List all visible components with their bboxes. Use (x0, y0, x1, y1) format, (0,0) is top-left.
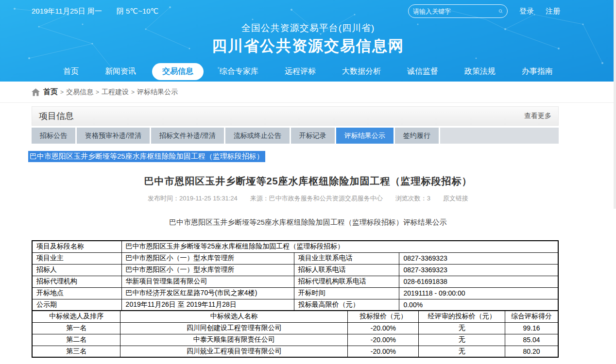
result-cell-r3c5: 80.20 (505, 346, 558, 357)
tab-7[interactable]: 签约履行 (395, 128, 439, 144)
info-cell-r5c1: 开标地点 (32, 287, 121, 299)
result-cell-r2c1: 第二名 (32, 334, 120, 346)
info-table-row-3: 招标人巴中市恩阳区小（一）型水库管理所招标人联系电话0827-3369323 (32, 264, 558, 276)
info-cell-r4c2: 华新项目管理集团有限公司 (121, 276, 294, 287)
nav-item-2[interactable]: 新闻资讯 (95, 63, 146, 80)
result-header-4: 经评审的投标价（元） (419, 311, 505, 322)
result-cell-r2c4: 无 (419, 334, 505, 346)
result-cell-r1c4: 无 (419, 322, 505, 334)
article-title: 巴中市恩阳区玉井乡断垭等25座水库枢纽除险加固工程（监理标段招标） (0, 175, 616, 188)
tab-3[interactable]: 招标文件补遗/澄清 (151, 128, 224, 144)
result-cell-r3c4: 无 (419, 346, 505, 357)
info-table-row-5: 开标地点巴中市经济开发区红星路70号(市民之家4楼)开标时间20191118 -… (32, 287, 558, 299)
result-header-1: 中标候选人及排序 (32, 311, 120, 322)
site-header: 2019年11月25日 周一 阴 5℃~10℃ 登录 注册 全国公共资源交易平台… (0, 0, 616, 82)
result-cell-r1c1: 第一名 (32, 322, 120, 334)
search-input[interactable] (413, 8, 498, 15)
scrollbar-thumb[interactable] (614, 0, 616, 209)
scrollbar[interactable] (614, 0, 616, 364)
breadcrumb: 首页>交易信息>工程建设>评标结果公示 (0, 82, 616, 103)
info-table-row-4: 招标代理机构华新项目管理集团有限公司招标代理机构联系电话028-61691838 (32, 276, 558, 287)
meta-item-3: 浏览次数：3 (395, 194, 430, 203)
result-table-header-row: 中标候选人及排序中标候选人名称投标报价（元）经评审的投标价（元）综合评标得分 (32, 311, 558, 322)
result-cell-r3c3: -20.00% (348, 346, 419, 357)
info-cell-r5c3: 开标时间 (294, 287, 399, 299)
login-link[interactable]: 登录 (519, 7, 534, 16)
info-cell-r4c4: 028-61691838 (399, 276, 558, 287)
nav-item-8[interactable]: 政策法规 (454, 63, 506, 80)
result-cell-r2c3: -20.00% (348, 334, 419, 346)
result-table-row-3: 第三名四川兢业工程项目管理有限公司-20.00%无80.20 (32, 346, 558, 357)
article-meta: 发布时间：2019-11-25 15:31:24来源：巴中市政务服务和公共资源交… (0, 194, 616, 203)
tab-6[interactable]: 评标结果公示 (336, 128, 394, 144)
result-cell-r2c2: 中泰天顺集团有限责任公司 (120, 334, 348, 346)
info-cell-r6c2: 2019年11月26日 至 2019年11月28日 (121, 299, 294, 311)
register-link[interactable]: 注册 (546, 7, 560, 16)
breadcrumb-item-3[interactable]: 工程建设 (102, 88, 129, 96)
tab-1[interactable]: 招标公告 (32, 128, 75, 144)
nav-item-7[interactable]: 诚信监督 (397, 63, 448, 80)
meta-item-2: 来源：巴中市政务服务和公共资源交易服务中心 (250, 194, 383, 203)
result-header-2: 中标候选人名称 (120, 311, 348, 322)
breadcrumb-item-4[interactable]: 评标结果公示 (137, 88, 178, 96)
info-cell-r3c3: 招标人联系电话 (294, 264, 399, 276)
tables-area: 项目及标段名称巴中市恩阳区玉井乡断垭等25座水库枢纽除险加固工程（监理标段招标）… (32, 240, 559, 358)
info-cell-r4c3: 招标代理机构联系电话 (294, 276, 399, 287)
topbar: 2019年11月25日 周一 阴 5℃~10℃ 登录 注册 (0, 0, 616, 18)
home-icon[interactable] (32, 88, 40, 96)
breadcrumb-item-2[interactable]: 交易信息 (66, 88, 93, 96)
info-cell-r4c1: 招标代理机构 (32, 276, 121, 287)
weather-text: 阴 5℃~10℃ (117, 7, 159, 16)
bid-result-table: 中标候选人及排序中标候选人名称投标报价（元）经评审的投标价（元）综合评标得分 第… (32, 310, 559, 358)
nav-item-6[interactable]: 大数据分析 (332, 63, 391, 80)
info-table-row-2: 项目业主巴中市恩阳区小（一）型水库管理所项目业主联系电话0827-3369323 (32, 252, 558, 264)
tab-5[interactable]: 开标记录 (291, 128, 335, 144)
info-cell-r2c3: 项目业主联系电话 (294, 252, 399, 264)
info-cell-r6c1: 公示期 (32, 299, 121, 311)
info-cell-r6c3: 投标最高限价（元） (294, 299, 399, 311)
tab-filler (440, 128, 559, 144)
result-cell-r3c1: 第三名 (32, 346, 120, 357)
result-table-row-2: 第二名中泰天顺集团有限责任公司-20.00%无85.04 (32, 334, 558, 346)
info-cell-r5c4: 20191118 - 09:00:00 (399, 287, 558, 299)
tab-4[interactable]: 流标或终止公告 (225, 128, 290, 144)
main-content: 项目信息 查看更多 招标公告资格预审补遗/澄清招标文件补遗/澄清流标或终止公告开… (32, 106, 559, 144)
page-title: 项目信息 (39, 110, 74, 122)
info-cell-r2c2: 巴中市恩阳区小（一）型水库管理所 (121, 252, 294, 264)
info-cell-r6c4: 0.00% (399, 299, 558, 311)
result-header-3: 投标报价（元） (348, 311, 419, 322)
section-bar: 项目信息 查看更多 (32, 106, 559, 126)
view-more-link[interactable]: 查看更多 (524, 112, 551, 120)
project-title-link[interactable]: 巴中市恩阳区玉井乡断垭等25座水库枢纽除险加固工程（监理标段招标） (28, 151, 265, 162)
site-title: 四川省公共资源交易信息网 (0, 36, 616, 56)
info-table-row-6: 公示期2019年11月26日 至 2019年11月28日投标最高限价（元）0.0… (32, 299, 558, 311)
info-cell-r2c1: 项目业主 (32, 252, 121, 264)
article: 巴中市恩阳区玉井乡断垭等25座水库枢纽除险加固工程（监理标段招标） 巴中市恩阳区… (0, 144, 616, 227)
site-subtitle: 全国公共资源交易平台(四川省) (0, 22, 616, 34)
main-nav: 首页新闻资讯交易信息综合专家库远程评标大数据分析诚信监督政策法规办事指南 (0, 63, 616, 80)
info-table-row-1: 项目及标段名称巴中市恩阳区玉井乡断垭等25座水库枢纽除险加固工程（监理标段招标） (32, 241, 558, 252)
result-cell-r1c5: 99.16 (505, 322, 558, 334)
breadcrumb-separator: > (60, 89, 64, 96)
nav-item-9[interactable]: 办事指南 (512, 63, 563, 80)
result-cell-r1c3: -20.00% (348, 322, 419, 334)
breadcrumb-separator: > (131, 89, 135, 96)
nav-item-4[interactable]: 综合专家库 (209, 63, 269, 80)
meta-item-4[interactable]: 原文链接 (443, 194, 468, 203)
nav-item-3[interactable]: 交易信息 (152, 63, 204, 80)
date-text: 2019年11月25日 周一 (32, 7, 102, 16)
nav-item-1[interactable]: 首页 (53, 63, 89, 80)
info-cell-r3c2: 巴中市恩阳区小（一）型水库管理所 (121, 264, 294, 276)
project-info-table: 项目及标段名称巴中市恩阳区玉井乡断垭等25座水库枢纽除险加固工程（监理标段招标）… (32, 240, 559, 311)
result-cell-r3c2: 四川兢业工程项目管理有限公司 (120, 346, 348, 357)
info-cell-r3c4: 0827-3369323 (399, 264, 558, 276)
nav-item-5[interactable]: 远程评标 (274, 63, 326, 80)
result-header-5: 综合评标得分 (505, 311, 558, 322)
breadcrumb-item-1[interactable]: 首页 (43, 87, 58, 96)
tab-2[interactable]: 资格预审补遗/澄清 (77, 128, 150, 144)
info-cell-r5c2: 巴中市经济开发区红星路70号(市民之家4楼) (121, 287, 294, 299)
search-icon[interactable] (498, 7, 503, 16)
search-box[interactable] (408, 4, 508, 18)
breadcrumb-separator: > (96, 89, 99, 96)
meta-item-1: 发布时间：2019-11-25 15:31:24 (148, 194, 238, 203)
